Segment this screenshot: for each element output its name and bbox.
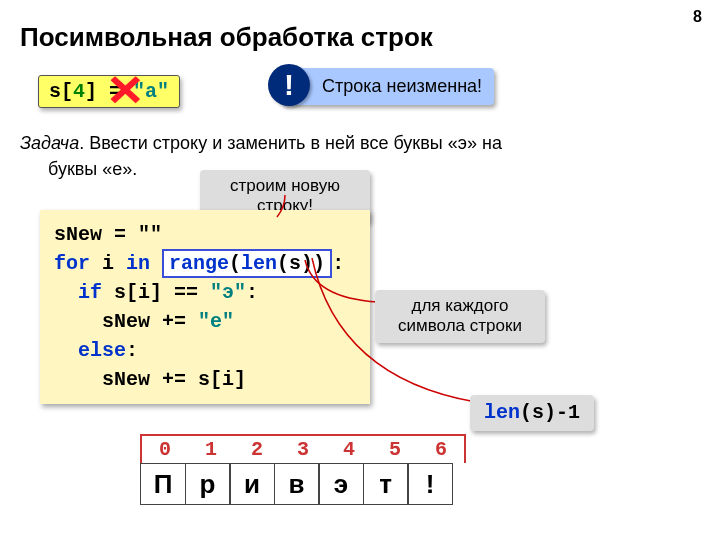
index-cell: 0 bbox=[142, 436, 188, 463]
char-cell: р bbox=[185, 463, 231, 505]
char-cell: в bbox=[274, 463, 320, 505]
page-title: Посимвольная обработка строк bbox=[0, 0, 720, 53]
index-cell: 2 bbox=[234, 436, 280, 463]
index-cell: 3 bbox=[280, 436, 326, 463]
char-cell: э bbox=[318, 463, 364, 505]
index-cell: 4 bbox=[326, 436, 372, 463]
char-cell: и bbox=[229, 463, 275, 505]
range-highlight: range(len(s)) bbox=[162, 249, 332, 278]
index-cell: 5 bbox=[372, 436, 418, 463]
warning-text: Строка неизменна! bbox=[282, 68, 494, 105]
note-each-char: для каждого символа строки bbox=[375, 290, 545, 343]
warning-icon: ! bbox=[268, 64, 310, 106]
index-cell: 6 bbox=[418, 436, 464, 463]
char-cell: П bbox=[140, 463, 186, 505]
index-cell: 1 bbox=[188, 436, 234, 463]
index-row: 0 1 2 3 4 5 6 bbox=[140, 434, 466, 463]
char-row: П р и в э т ! bbox=[140, 463, 453, 505]
warning-callout: Строка неизменна! ! bbox=[282, 68, 494, 105]
char-cell: т bbox=[363, 463, 409, 505]
char-cell: ! bbox=[407, 463, 453, 505]
note-len-expr: len(s)-1 bbox=[470, 395, 594, 431]
page-number: 8 bbox=[693, 8, 702, 26]
code-block: sNew = "" for i in range(len(s)): if s[i… bbox=[40, 210, 370, 404]
cross-icon: ✕ bbox=[106, 70, 145, 112]
